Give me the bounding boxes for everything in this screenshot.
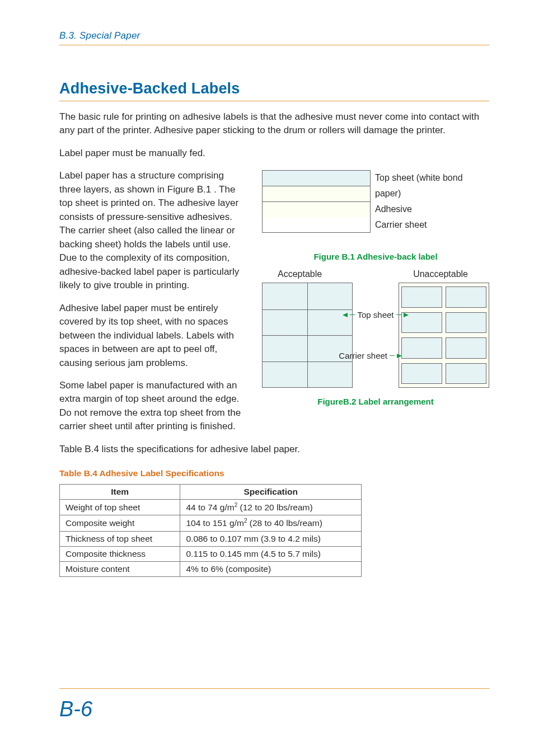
table-cell: Weight of top sheet [60, 500, 180, 515]
table-cell: 44 to 74 g/m2 (12 to 20 lbs/ream) [180, 500, 362, 515]
label-top-sheet: Top sheet (white bond paper) [375, 170, 489, 201]
label-acceptable: Acceptable [278, 269, 322, 279]
figure-b1: Top sheet (white bond paper) Adhesive Ca… [262, 170, 489, 233]
table-header-spec: Specification [180, 485, 362, 500]
callout-top-sheet: Top sheet [343, 310, 408, 320]
figure-b2-unacceptable-grid [399, 283, 489, 388]
label-adhesive: Adhesive [375, 201, 489, 217]
paragraph: Label paper has a structure comprising t… [59, 169, 247, 292]
table-cell: 104 to 151 g/m2 (28 to 40 lbs/ream) [180, 515, 362, 531]
paragraph: The basic rule for printing on adhesive … [59, 110, 489, 138]
heading-adhesive-backed-labels: Adhesive-Backed Labels [59, 80, 489, 101]
table-b4-caption: Table B.4 Adhesive Label Specifications [59, 468, 489, 478]
paragraph: Adhesive label paper must be entirely co… [59, 302, 247, 370]
table-cell: Composite thickness [60, 546, 180, 561]
page-number: B-6 [59, 697, 92, 721]
layer-top-sheet [263, 171, 370, 186]
table-cell: Moisture content [60, 561, 180, 576]
callout-carrier-sheet: Carrier sheet [339, 351, 402, 360]
figure-b2-acceptable-grid [262, 283, 353, 388]
table-cell: 0.115 to 0.145 mm (4.5 to 5.7 mils) [180, 546, 362, 561]
arrow-right-icon [397, 354, 402, 358]
arrow-left-icon [343, 313, 348, 317]
layer-adhesive [263, 186, 370, 202]
table-cell: Thickness of top sheet [60, 531, 180, 546]
table-cell: 0.086 to 0.107 mm (3.9 to 4.2 mils) [180, 531, 362, 546]
table-header-item: Item [60, 485, 180, 500]
figure-b2-caption: FigureB.2 Label arrangement [262, 397, 489, 406]
table-row: Moisture content 4% to 6% (composite) [60, 561, 362, 576]
figure-b2: Acceptable Unacceptable [262, 269, 489, 390]
layer-carrier [263, 202, 370, 218]
arrow-right-icon [404, 313, 409, 317]
label-unacceptable: Unacceptable [413, 269, 468, 279]
table-row: Thickness of top sheet 0.086 to 0.107 mm… [60, 531, 362, 546]
table-row: Composite weight 104 to 151 g/m2 (28 to … [60, 515, 362, 531]
paragraph: Table B.4 lists the specifications for a… [59, 443, 489, 456]
table-row: Weight of top sheet 44 to 74 g/m2 (12 to… [60, 500, 362, 515]
figure-b1-labels: Top sheet (white bond paper) Adhesive Ca… [375, 170, 489, 233]
paragraph: Some label paper is manufactured with an… [59, 379, 247, 434]
table-cell: Composite weight [60, 515, 180, 531]
table-cell: 4% to 6% (composite) [180, 561, 362, 576]
footer-rule [59, 688, 489, 689]
table-adhesive-label-specs: Item Specification Weight of top sheet 4… [59, 484, 362, 576]
table-row: Composite thickness 0.115 to 0.145 mm (4… [60, 546, 362, 561]
running-header: B.3. Special Paper [59, 30, 489, 45]
figure-b1-caption: Figure B.1 Adhesive-back label [262, 252, 489, 261]
figure-b1-layers [262, 170, 371, 233]
label-top-sheet-callout: Top sheet [357, 310, 394, 320]
label-carrier: Carrier sheet [375, 217, 489, 233]
label-carrier-sheet-callout: Carrier sheet [339, 351, 387, 360]
paragraph: Label paper must be manually fed. [59, 147, 489, 160]
